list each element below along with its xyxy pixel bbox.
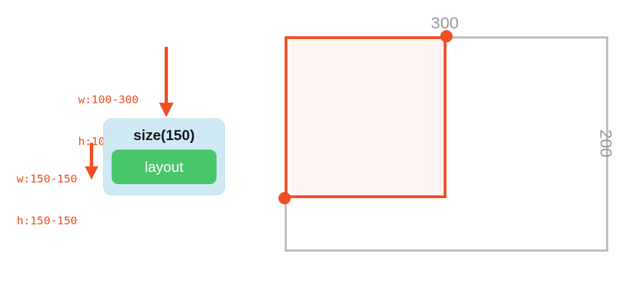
layout-chip: layout xyxy=(112,150,217,184)
outgoing-constraint-width: w:150-150 xyxy=(17,172,77,186)
incoming-constraint-width: w:100-300 xyxy=(78,93,138,107)
size-node-title: size(150) xyxy=(133,127,195,144)
svg-marker-1 xyxy=(159,103,174,117)
arrow-down-icon xyxy=(84,143,99,180)
outgoing-constraint-height: h:150-150 xyxy=(17,214,77,228)
layout-chip-label: layout xyxy=(145,159,183,176)
outer-height-label: 200 xyxy=(597,129,616,157)
svg-marker-3 xyxy=(85,166,98,180)
outer-width-label: 300 xyxy=(431,13,459,32)
size-node-card: size(150) layout xyxy=(103,118,225,195)
inner-size-box xyxy=(285,36,446,198)
corner-dot-icon xyxy=(278,192,291,204)
arrow-down-icon xyxy=(158,47,175,117)
outgoing-constraint-label: w:150-150 h:150-150 xyxy=(17,144,77,242)
